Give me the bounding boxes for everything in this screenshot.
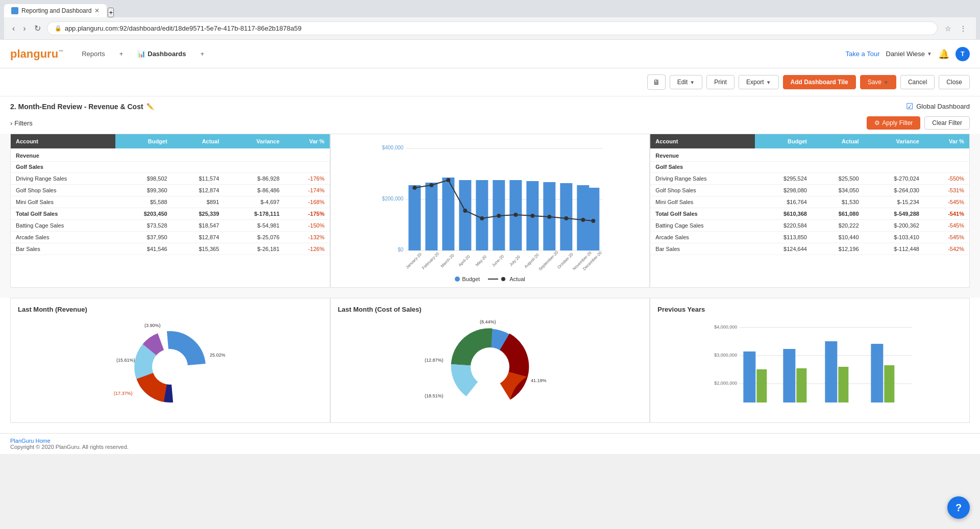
nav-reports[interactable]: Reports xyxy=(76,47,111,61)
right-driving-account: Driving Range Sales xyxy=(650,173,755,185)
revenue-label-17: (17.37%) xyxy=(114,391,133,396)
lock-icon: 🔒 xyxy=(55,25,62,32)
nav-dashboards[interactable]: 📊 Dashboards xyxy=(131,47,192,61)
prev-y-3m: $3,000,000 xyxy=(715,352,738,358)
avatar: T xyxy=(955,47,970,61)
bar-chart-svg: $400,000 $200,000 $0 xyxy=(336,139,645,272)
take-tour-link[interactable]: Take a Tour xyxy=(846,50,880,58)
right-bar-budget: $124,644 xyxy=(755,243,812,255)
new-tab-button[interactable]: + xyxy=(108,8,114,17)
left-row-total-golf-account: Total Golf Sales xyxy=(11,208,115,220)
edit-btn[interactable]: Edit ▼ xyxy=(670,75,703,89)
chart-legend: Budget Actual xyxy=(336,276,645,282)
nav-add-dashboard[interactable]: + xyxy=(194,47,210,61)
left-row-arcade: Arcade Sales $37,950 $12,874 $-25,076 -1… xyxy=(11,232,330,243)
nav-right: Take a Tour Daniel Wiese ▼ 🔔 T xyxy=(846,47,970,61)
right-arcade-actual: $10,440 xyxy=(812,232,864,243)
right-bar-varpct: -542% xyxy=(924,243,969,255)
save-btn[interactable]: Save ▼ xyxy=(860,75,896,89)
actual-dot-jun xyxy=(497,214,501,218)
right-mini-golf-varpct: -545% xyxy=(924,196,969,208)
right-batting-cage-varpct: -545% xyxy=(924,220,969,232)
user-name-text: Daniel Wiese xyxy=(886,50,925,58)
filters-label: Filters xyxy=(14,119,32,127)
apply-filter-icon: ⚙ xyxy=(874,119,880,127)
left-subsection-golf-sales: Golf Sales xyxy=(11,162,330,173)
right-arcade-account: Arcade Sales xyxy=(650,232,755,243)
chart-x-jan: January-20 xyxy=(405,252,423,270)
report-title-text: 2. Month-End Review - Revenue & Cost xyxy=(10,103,143,111)
browser-tabs: Reporting and Dashboard ✕ + xyxy=(4,4,976,17)
notifications-btn[interactable]: 🔔 xyxy=(938,48,949,60)
logo-text: plan xyxy=(10,47,33,60)
forward-button[interactable]: › xyxy=(21,22,28,35)
actual-dot-apr xyxy=(463,209,467,213)
left-row-batting-cage-variance: $-54,981 xyxy=(224,220,284,232)
close-btn[interactable]: Close xyxy=(939,75,970,89)
filters-chevron-icon: › xyxy=(10,119,12,127)
reload-button[interactable]: ↻ xyxy=(32,21,43,35)
last-month-cost-title: Last Month (Cost of Sales) xyxy=(338,306,643,313)
bar-may xyxy=(476,180,488,250)
right-batting-cage-account: Batting Cage Sales xyxy=(650,220,755,232)
apply-filter-btn[interactable]: ⚙ Apply Filter xyxy=(867,116,920,130)
right-total-golf-budget: $610,368 xyxy=(755,208,812,220)
left-row-bar-varpct: -126% xyxy=(285,243,330,255)
chart-x-jun: June-20 xyxy=(491,254,505,267)
right-total-golf-variance: $-549,288 xyxy=(864,208,924,220)
cost-label-12: (12.87%) xyxy=(425,358,444,363)
chart-x-may: May-20 xyxy=(475,254,488,267)
user-menu[interactable]: Daniel Wiese ▼ xyxy=(886,50,933,58)
revenue-pie-svg: 25.02% (17.37%) (15.61%) (3.90%) xyxy=(114,318,226,415)
footer-copyright: Copyright © 2020 PlanGuru. All rights re… xyxy=(10,444,129,450)
filters-toggle[interactable]: › Filters xyxy=(10,119,33,127)
right-batting-cage-variance: $-200,362 xyxy=(864,220,924,232)
left-row-driving-range-varpct: -176% xyxy=(285,173,330,185)
screenshot-icon: 🖥 xyxy=(653,78,660,86)
add-dashboard-tile-btn[interactable]: Add Dashboard Tile xyxy=(783,75,856,89)
bookmark-btn[interactable]: ☆ xyxy=(942,22,954,35)
browser-chrome: Reporting and Dashboard ✕ + ‹ › ↻ 🔒 app.… xyxy=(0,0,980,40)
legend-actual: Actual xyxy=(488,276,525,282)
last-month-cost-panel: Last Month (Cost of Sales) xyxy=(330,298,650,423)
back-button[interactable]: ‹ xyxy=(10,22,17,35)
filters-bar: › Filters ⚙ Apply Filter Clear Filter xyxy=(0,114,980,134)
extensions-btn[interactable]: ⋮ xyxy=(957,22,970,35)
nav-add-report[interactable]: + xyxy=(113,47,130,61)
left-row-total-golf-budget: $203,450 xyxy=(115,208,173,220)
chart-x-feb: February-20 xyxy=(421,251,440,270)
cancel-btn[interactable]: Cancel xyxy=(900,75,935,89)
left-subsection-golf-label: Golf Sales xyxy=(11,162,330,173)
nav-reports-label: Reports xyxy=(82,50,105,58)
export-btn[interactable]: Export ▼ xyxy=(739,75,779,89)
left-row-bar: Bar Sales $41,546 $15,365 $-26,181 -126% xyxy=(11,243,330,255)
legend-budget-dot xyxy=(455,276,460,282)
title-edit-icon[interactable]: ✏️ xyxy=(146,103,154,110)
global-dashboard-toggle[interactable]: ☑ Global Dashboard xyxy=(906,102,970,111)
left-row-golf-shop-variance: $-86,486 xyxy=(224,185,284,196)
active-tab[interactable]: Reporting and Dashboard ✕ xyxy=(4,4,107,17)
close-tab-btn[interactable]: ✕ xyxy=(94,7,100,14)
edit-btn-label: Edit xyxy=(677,79,688,86)
report-toolbar: 🖥 Edit ▼ Print Export ▼ Add Dashboard Ti… xyxy=(0,68,980,96)
right-table-panel: Account Budget Actual Variance Var % Rev… xyxy=(650,134,970,288)
right-golf-shop-varpct: -531% xyxy=(924,185,969,196)
filter-actions: ⚙ Apply Filter Clear Filter xyxy=(867,116,970,130)
app-logo[interactable]: planguru™ xyxy=(10,47,63,61)
screenshot-btn[interactable]: 🖥 xyxy=(647,74,666,90)
print-btn[interactable]: Print xyxy=(706,75,734,89)
footer-home-link[interactable]: PlanGuru Home xyxy=(10,438,51,444)
actual-dot-jul xyxy=(513,213,518,217)
app-header: planguru™ Reports + 📊 Dashboards + Take … xyxy=(0,40,980,68)
prev-bar-2-green xyxy=(797,368,807,402)
user-menu-chevron: ▼ xyxy=(927,51,932,57)
left-row-arcade-actual: $12,874 xyxy=(173,232,225,243)
address-bar[interactable]: 🔒 app.planguru.com:92/dashboard/edit/18d… xyxy=(47,21,938,35)
prev-bar-2-blue xyxy=(783,349,796,402)
prev-y-2m: $2,000,000 xyxy=(715,381,738,386)
left-row-golf-shop: Golf Shop Sales $99,360 $12,874 $-86,486… xyxy=(11,185,330,196)
left-row-total-golf-variance: $-178,111 xyxy=(224,208,284,220)
left-row-mini-golf-actual: $891 xyxy=(173,196,225,208)
left-row-arcade-variance: $-25,076 xyxy=(224,232,284,243)
clear-filter-btn[interactable]: Clear Filter xyxy=(924,116,970,130)
